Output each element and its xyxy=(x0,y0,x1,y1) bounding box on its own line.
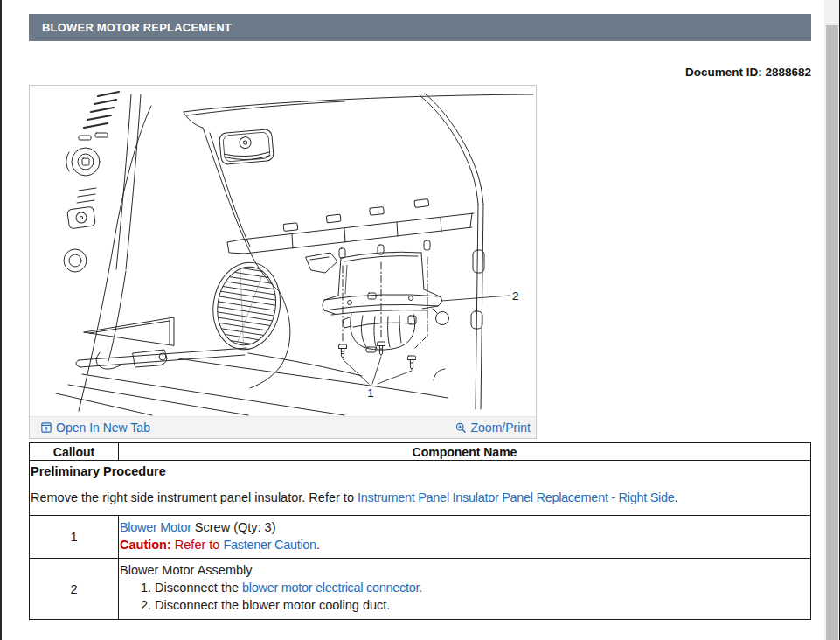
zoom-print-link[interactable]: Zoom/Print xyxy=(455,421,531,435)
right-pillar xyxy=(420,94,484,409)
caution-line: Caution: Refer to Fastener Caution. xyxy=(120,536,807,553)
figure-callout-2: 2 xyxy=(512,289,519,303)
blower-motor-flange xyxy=(323,289,442,315)
caution-suffix: . xyxy=(316,538,320,552)
preliminary-cell: Preliminary Procedure Remove the right s… xyxy=(30,461,811,516)
blower-motor-screw xyxy=(378,342,385,356)
table-row-2: 2 Blower Motor Assembly 1. Disconnect th… xyxy=(30,559,811,620)
caution-text: Refer to xyxy=(171,538,224,552)
step-number: 2. xyxy=(141,598,151,612)
callout-leader-lines xyxy=(343,296,510,384)
glove-box-latch xyxy=(219,129,274,164)
zoom-icon xyxy=(455,422,467,434)
wiring-grommet-notch xyxy=(433,309,437,313)
preliminary-row: Preliminary Procedure Remove the right s… xyxy=(30,461,811,516)
figure-callouts: 1 2 xyxy=(367,289,518,400)
fastener-caution-link[interactable]: Fastener Caution xyxy=(223,538,316,552)
figure-toolbar: Open In New Tab Zoom/Print xyxy=(30,416,536,438)
component-cell-1: Blower Motor Screw (Qty: 3) Caution: Ref… xyxy=(119,516,811,559)
mounting-rail xyxy=(227,199,474,258)
document-content: BLOWER MOTOR REPLACEMENT Document ID: 28… xyxy=(29,0,811,620)
step-text: Disconnect the blower motor cooling duct… xyxy=(151,598,390,612)
callout-table: Callout Component Name Preliminary Proce… xyxy=(29,442,811,620)
section-title-bar: BLOWER MOTOR REPLACEMENT xyxy=(29,14,811,41)
document-id: Document ID: 2888682 xyxy=(29,66,811,82)
caution-label: Caution: xyxy=(120,538,171,552)
open-in-new-tab-icon xyxy=(41,422,52,433)
dash-side-contours xyxy=(79,94,151,411)
component-name-rest: Screw (Qty: 3) xyxy=(191,520,276,534)
preliminary-procedure-text: Remove the right side instrument panel i… xyxy=(31,490,809,504)
zoom-print-label: Zoom/Print xyxy=(471,421,531,435)
blower-motor-screws xyxy=(339,342,416,370)
hinge-bracket xyxy=(306,253,337,273)
step-number: 1. xyxy=(141,581,151,595)
blower-motor-connector-link[interactable]: blower motor electrical connector. xyxy=(242,581,422,595)
vent-grille xyxy=(207,258,287,355)
blower-motor-drawing: 1 2 xyxy=(30,86,536,416)
procedure-step-1: 1. Disconnect the blower motor electrica… xyxy=(120,579,807,596)
floor-sill-lines xyxy=(56,353,448,415)
figure-callout-1: 1 xyxy=(367,386,374,400)
open-in-new-tab-label: Open In New Tab xyxy=(56,421,150,435)
panel-tick-mark xyxy=(434,369,445,380)
step-text: Disconnect the xyxy=(151,581,242,595)
page-title: BLOWER MOTOR REPLACEMENT xyxy=(42,21,232,34)
center-stack-controls xyxy=(64,133,108,272)
component-name-line: Blower Motor Screw (Qty: 3) xyxy=(120,518,807,536)
open-in-new-tab-link[interactable]: Open In New Tab xyxy=(41,421,150,435)
table-row-1: 1 Blower Motor Screw (Qty: 3) Caution: R… xyxy=(30,516,811,559)
component-name-column-header: Component Name xyxy=(119,443,811,461)
screw-centerline-bend xyxy=(415,336,427,348)
vertical-scrollbar[interactable] xyxy=(824,0,839,640)
callout-column-header: Callout xyxy=(30,443,119,461)
preliminary-text-after: . xyxy=(675,490,678,504)
component-cell-2: Blower Motor Assembly 1. Disconnect the … xyxy=(119,559,811,620)
window-left-edge xyxy=(0,0,2,640)
table-header-row: Callout Component Name xyxy=(30,443,811,461)
component-name-line: Blower Motor Assembly xyxy=(120,561,807,579)
blower-motor-screw xyxy=(408,356,416,370)
callout-number-1: 1 xyxy=(30,516,119,559)
procedure-step-2: 2. Disconnect the blower motor cooling d… xyxy=(120,596,807,614)
preliminary-procedure-title: Preliminary Procedure xyxy=(31,464,809,478)
callout-number-2: 2 xyxy=(30,559,119,620)
wiring-grommet xyxy=(436,312,449,325)
blower-motor-link[interactable]: Blower Motor xyxy=(120,520,191,534)
center-stack-vent-slats xyxy=(84,92,119,128)
instrument-panel-insulator-link[interactable]: Instrument Panel Insulator Panel Replace… xyxy=(358,490,675,504)
scrollbar-thumb[interactable] xyxy=(826,25,838,640)
figure-panel: 1 2 Open In New Tab xyxy=(29,85,537,439)
blower-motor-screw xyxy=(339,344,347,358)
lower-dash-structures xyxy=(76,317,246,369)
figure-illustration: 1 2 xyxy=(30,86,536,416)
preliminary-text-before: Remove the right side instrument panel i… xyxy=(31,490,358,504)
